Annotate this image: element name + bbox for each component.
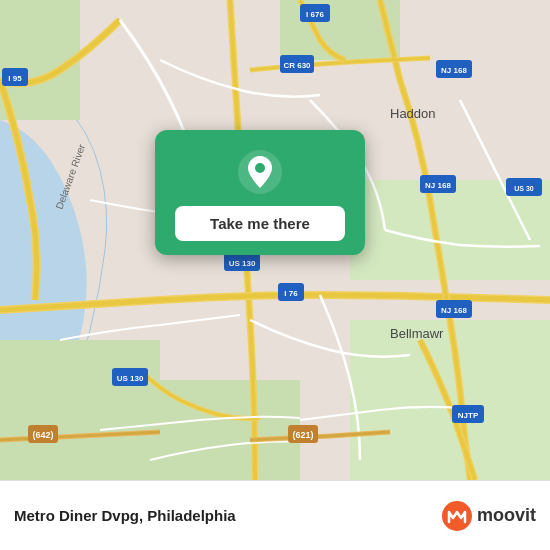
svg-text:I 676: I 676 (306, 10, 324, 19)
svg-point-37 (255, 163, 265, 173)
svg-text:Bellmawr: Bellmawr (390, 326, 444, 341)
svg-text:Haddon: Haddon (390, 106, 436, 121)
moovit-logo: moovit (441, 500, 536, 532)
svg-text:I 95: I 95 (8, 74, 22, 83)
info-bar: Metro Diner Dvpg, Philadelphia moovit (0, 480, 550, 550)
svg-text:(621): (621) (292, 430, 313, 440)
moovit-text-label: moovit (477, 505, 536, 526)
popup-card: Take me there (155, 130, 365, 255)
svg-text:US 130: US 130 (117, 374, 144, 383)
moovit-m-icon (441, 500, 473, 532)
svg-text:NJ 168: NJ 168 (441, 66, 467, 75)
svg-text:I 76: I 76 (284, 289, 298, 298)
location-pin-icon (236, 148, 284, 196)
svg-text:US 30: US 30 (514, 185, 534, 192)
svg-text:(642): (642) (32, 430, 53, 440)
svg-point-38 (442, 501, 472, 531)
svg-text:NJ 168: NJ 168 (441, 306, 467, 315)
map-container: I 95 I 76 I 676 NJ 168 NJ 168 NJ 168 CR … (0, 0, 550, 480)
location-name: Metro Diner Dvpg, Philadelphia (14, 507, 431, 524)
svg-text:US 130: US 130 (229, 259, 256, 268)
svg-rect-6 (100, 380, 300, 480)
svg-text:CR 630: CR 630 (283, 61, 311, 70)
svg-text:NJ 168: NJ 168 (425, 181, 451, 190)
take-me-there-button[interactable]: Take me there (175, 206, 345, 241)
svg-text:NJTP: NJTP (458, 411, 479, 420)
